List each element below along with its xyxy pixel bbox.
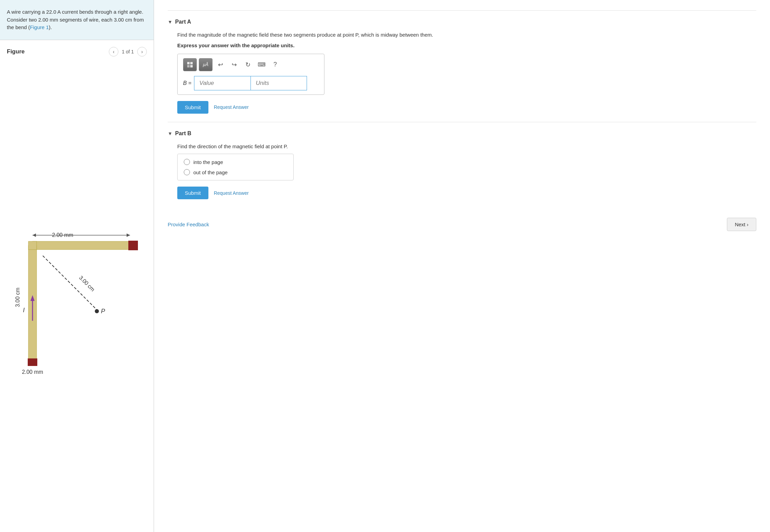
svg-rect-3 (28, 358, 37, 366)
left-panel: A wire carrying a 22.0 A current bends t… (0, 0, 154, 532)
svg-point-8 (95, 309, 99, 313)
refresh-icon: ↻ (245, 61, 251, 68)
help-icon: ? (273, 61, 277, 68)
mu-button[interactable]: μÅ (199, 58, 213, 71)
mu-label: μÅ (203, 62, 208, 67)
figure-title: Figure (7, 48, 25, 55)
part-a-content: Find the magnitude of the magnetic field… (168, 31, 756, 114)
part-b-section: ▼ Part B Find the direction of the magne… (168, 122, 756, 208)
figure-nav: ‹ 1 of 1 › (109, 47, 147, 56)
provide-feedback-link[interactable]: Provide Feedback (168, 221, 209, 227)
radio-option-out-of-page[interactable]: out of the page (184, 169, 287, 175)
svg-text:P: P (101, 308, 105, 315)
part-a-chevron: ▼ (168, 19, 172, 25)
figure-link[interactable]: Figure 1 (30, 24, 49, 30)
next-button[interactable]: Next › (727, 218, 756, 231)
part-b-action-row: Submit Request Answer (177, 187, 756, 199)
radio-out-of-page-label: out of the page (193, 169, 228, 175)
svg-marker-13 (127, 233, 130, 237)
part-b-label: Part B (175, 130, 191, 137)
svg-rect-4 (28, 241, 37, 250)
keyboard-button[interactable]: ⌨ (256, 59, 267, 71)
svg-text:3.00 cm: 3.00 cm (78, 275, 95, 292)
part-b-content: Find the direction of the magnetic field… (168, 143, 756, 200)
redo-icon: ↪ (232, 61, 237, 68)
svg-text:3.00 cm: 3.00 cm (15, 288, 21, 307)
part-a-header[interactable]: ▼ Part A (168, 19, 756, 25)
help-button[interactable]: ? (269, 59, 281, 71)
problem-text: A wire carrying a 22.0 A current bends t… (7, 9, 144, 30)
part-b-radio-box: into the page out of the page (177, 154, 294, 180)
figure-prev-button[interactable]: ‹ (109, 47, 118, 56)
radio-into-page[interactable] (184, 159, 190, 165)
part-b-submit-button[interactable]: Submit (177, 187, 208, 199)
part-a-section: ▼ Part A Find the magnitude of the magne… (168, 10, 756, 122)
svg-rect-17 (187, 62, 190, 64)
grid-icon-button[interactable] (183, 58, 197, 71)
figure-diagram: I P 2.00 mm 3.00 cm 3.00 cm 2.00 mm (7, 62, 147, 525)
part-b-question: Find the direction of the magnetic field… (177, 143, 756, 151)
svg-text:2.00 mm: 2.00 mm (22, 369, 43, 375)
problem-text-end: ). (49, 24, 52, 30)
current-label: I (23, 307, 25, 314)
part-a-submit-button[interactable]: Submit (177, 101, 208, 114)
redo-button[interactable]: ↪ (228, 59, 240, 71)
next-chevron-icon: › (747, 221, 748, 227)
svg-rect-20 (190, 65, 193, 67)
svg-rect-0 (33, 241, 132, 250)
figure-next-button[interactable]: › (137, 47, 147, 56)
part-a-toolbar: μÅ ↩ ↪ ↻ ⌨ ? (183, 58, 319, 71)
bottom-bar: Provide Feedback Next › (168, 214, 756, 231)
value-input[interactable] (194, 76, 251, 90)
svg-rect-1 (128, 241, 138, 250)
part-a-label: Part A (175, 19, 191, 25)
grid-icon (187, 61, 193, 68)
figure-header: Figure ‹ 1 of 1 › (7, 47, 147, 56)
part-b-header[interactable]: ▼ Part B (168, 130, 756, 137)
part-a-request-answer-link[interactable]: Request Answer (214, 104, 249, 110)
figure-svg: I P 2.00 mm 3.00 cm 3.00 cm 2.00 mm (12, 204, 142, 382)
part-a-question: Find the magnitude of the magnetic field… (177, 31, 756, 39)
refresh-button[interactable]: ↻ (242, 59, 254, 71)
part-a-express-answer: Express your answer with the appropriate… (177, 42, 756, 48)
undo-icon: ↩ (218, 61, 223, 68)
figure-page-indicator: 1 of 1 (122, 49, 134, 54)
keyboard-icon: ⌨ (258, 61, 266, 68)
b-label: B = (183, 80, 191, 86)
figure-section: Figure ‹ 1 of 1 › (0, 40, 154, 532)
radio-option-into-page[interactable]: into the page (184, 159, 287, 165)
part-a-answer-box: μÅ ↩ ↪ ↻ ⌨ ? (177, 54, 324, 95)
part-a-input-row: B = (183, 76, 319, 90)
units-input[interactable] (251, 76, 307, 90)
part-b-request-answer-link[interactable]: Request Answer (214, 190, 249, 196)
problem-statement: A wire carrying a 22.0 A current bends t… (0, 0, 154, 40)
svg-rect-18 (190, 62, 193, 64)
part-a-action-row: Submit Request Answer (177, 101, 756, 114)
svg-marker-12 (33, 233, 36, 237)
right-panel: ▼ Part A Find the magnitude of the magne… (154, 0, 770, 532)
radio-out-of-page[interactable] (184, 169, 190, 175)
next-label: Next (735, 221, 745, 227)
undo-button[interactable]: ↩ (215, 59, 226, 71)
part-b-chevron: ▼ (168, 131, 172, 136)
radio-into-page-label: into the page (193, 159, 223, 165)
svg-rect-19 (187, 65, 190, 67)
